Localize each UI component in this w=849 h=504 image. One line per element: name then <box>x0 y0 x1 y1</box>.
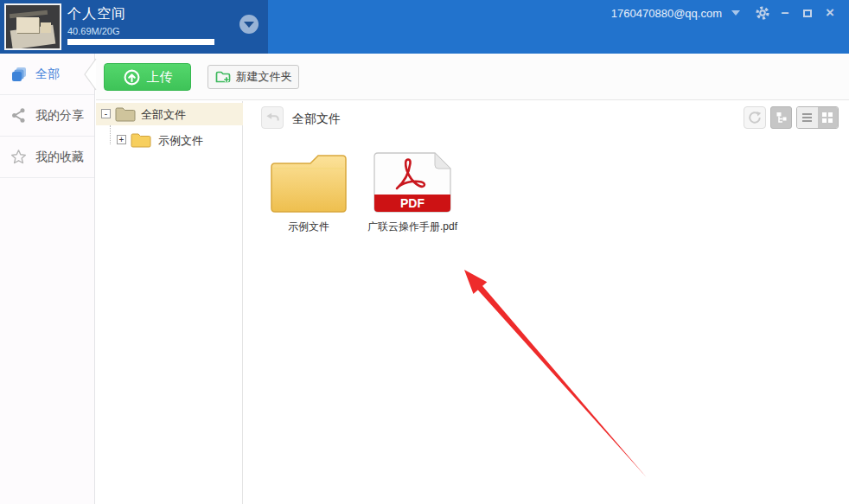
toolbar: 上传 新建文件夹 <box>96 54 849 100</box>
minimize-icon: – <box>782 9 789 17</box>
gear-icon <box>755 5 770 21</box>
account-email: 1760470880@qq.com <box>611 7 722 20</box>
sidebar-item-my-favorites[interactable]: 我的收藏 <box>0 137 94 178</box>
chevron-down-icon <box>244 22 254 28</box>
file-item-folder[interactable]: 示例文件 <box>261 149 356 233</box>
stacked-files-icon <box>10 66 28 83</box>
space-thumbnail[interactable] <box>4 3 61 50</box>
maximize-button[interactable] <box>799 4 816 22</box>
storage-progress-bar <box>67 39 214 45</box>
sidebar-item-label: 我的收藏 <box>35 150 84 165</box>
new-folder-button[interactable]: 新建文件夹 <box>207 65 299 89</box>
close-icon: × <box>826 4 834 22</box>
account-area: 1760470880@qq.com – × <box>611 4 839 22</box>
sidebar-item-label: 我的分享 <box>35 108 84 124</box>
sidebar-item-label: 全部 <box>35 67 60 82</box>
maximize-icon <box>803 10 812 17</box>
folder-tree-panel: - 全部文件 + 示例文件 <box>96 101 243 504</box>
new-folder-icon <box>215 70 231 84</box>
new-folder-button-label: 新建文件夹 <box>236 69 292 85</box>
refresh-button[interactable] <box>744 106 766 129</box>
star-icon <box>10 149 28 166</box>
tree-node-label: 示例文件 <box>158 133 203 149</box>
space-title: 个人空间 <box>67 5 126 23</box>
tree-view-icon <box>775 111 788 124</box>
tree-node-label: 全部文件 <box>141 107 186 123</box>
thumbnail-model-shape <box>16 17 39 33</box>
thumbnail-model-shape <box>41 22 51 33</box>
refresh-icon <box>748 111 762 124</box>
file-item-label: 示例文件 <box>263 220 354 233</box>
view-controls <box>744 106 839 129</box>
sidebar-item-all[interactable]: 全部 <box>0 54 94 95</box>
topbar: 个人空间 40.69M/20G 1760470880@qq.com – × <box>0 0 849 54</box>
file-item-label: 广联云操作手册.pdf <box>367 220 458 233</box>
tree-node-all-files[interactable]: - 全部文件 <box>96 103 243 125</box>
view-mode-segmented-control <box>796 106 839 129</box>
grid-view-button[interactable] <box>818 107 839 128</box>
close-button[interactable]: × <box>821 4 839 22</box>
minimize-button[interactable]: – <box>776 4 794 22</box>
list-view-icon <box>802 113 812 122</box>
share-icon <box>10 107 28 124</box>
sidebar-item-my-shares[interactable]: 我的分享 <box>0 95 94 137</box>
file-item-pdf[interactable]: PDF 广联云操作手册.pdf <box>365 149 460 233</box>
grid-view-icon <box>822 112 833 123</box>
sidebar-active-notch <box>82 57 97 92</box>
settings-button[interactable] <box>754 4 771 22</box>
storage-usage: 40.69M/20G <box>67 26 120 36</box>
upload-button-label: 上传 <box>147 69 173 86</box>
account-dropdown-caret-icon[interactable] <box>731 10 740 16</box>
cloud-upload-icon <box>123 68 141 86</box>
topbar-space-section: 个人空间 40.69M/20G <box>0 0 268 54</box>
folder-icon <box>131 131 151 151</box>
undo-arrow-icon <box>265 112 279 124</box>
collapse-expander-icon[interactable]: - <box>101 109 111 118</box>
folder-open-icon <box>115 105 136 125</box>
files-panel: 全部文件 <box>244 101 849 504</box>
tree-node-example-files[interactable]: + 示例文件 <box>96 129 243 151</box>
sidebar: 全部 我的分享 我的收藏 <box>0 54 95 504</box>
breadcrumb: 全部文件 <box>292 112 341 127</box>
upload-button[interactable]: 上传 <box>104 63 191 91</box>
space-dropdown-button[interactable] <box>239 15 259 34</box>
list-view-button[interactable] <box>797 107 818 128</box>
pdf-file-icon: PDF <box>365 149 460 214</box>
expand-expander-icon[interactable]: + <box>117 135 126 144</box>
back-button[interactable] <box>261 106 284 129</box>
pdf-badge: PDF <box>400 196 424 210</box>
tree-view-toggle-button[interactable] <box>770 106 792 129</box>
folder-large-icon <box>261 149 356 214</box>
